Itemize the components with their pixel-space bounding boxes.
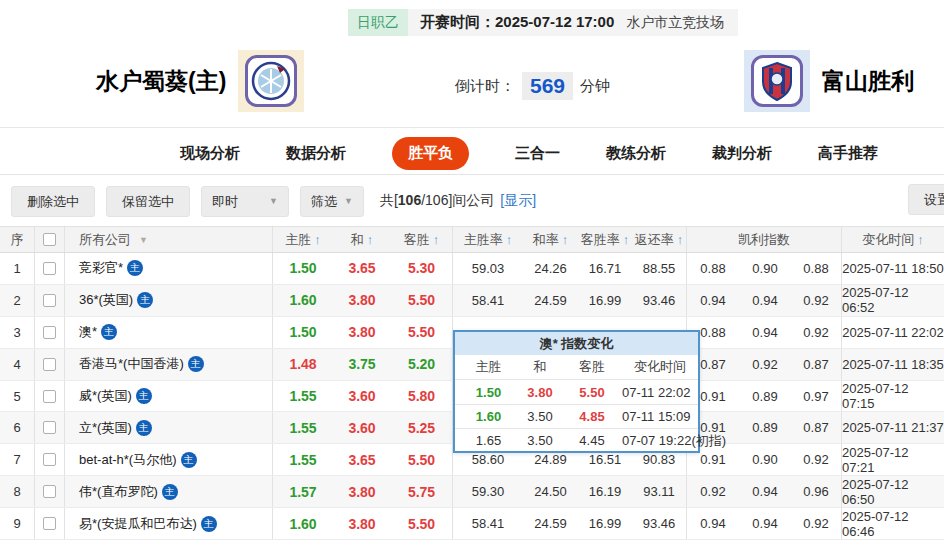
- tab-胜平负[interactable]: 胜平负: [392, 137, 469, 170]
- company-cell[interactable]: 威*(英国)主: [65, 381, 273, 412]
- row-checkbox[interactable]: [43, 390, 56, 403]
- popup-header-row: 主胜和客胜变化时间: [455, 355, 698, 379]
- away-logo-frame: [751, 55, 803, 107]
- kelly-cell: 0.90: [739, 444, 791, 475]
- popup-data-row: 1.503.805.5007-11 22:02: [455, 379, 698, 403]
- tab-三合一[interactable]: 三合一: [515, 144, 560, 163]
- row-checkbox[interactable]: [43, 358, 56, 371]
- kelly-cell: 0.96: [791, 476, 842, 507]
- filter-dropdown[interactable]: 筛选▼: [300, 186, 364, 217]
- tab-高手推荐[interactable]: 高手推荐: [818, 144, 878, 163]
- row-checkbox[interactable]: [43, 294, 56, 307]
- keep-selected-button[interactable]: 保留选中: [106, 186, 190, 217]
- change-time-cell: 2025-07-12 06:50: [842, 476, 944, 507]
- company-name: 立*(英国): [79, 419, 132, 437]
- row-index: 8: [0, 476, 35, 507]
- company-cell[interactable]: 36*(英国)主: [65, 285, 273, 316]
- kelly-cell: 0.87: [791, 349, 842, 380]
- company-cell[interactable]: 竞彩官*主: [65, 253, 273, 284]
- odds-cell: 3.65: [333, 253, 391, 284]
- row-checkbox-cell: [35, 285, 65, 316]
- row-checkbox[interactable]: [43, 485, 56, 498]
- company-name: 伟*(直布罗陀): [79, 483, 158, 501]
- row-checkbox[interactable]: [43, 517, 56, 530]
- popup-data-row: 1.653.504.4507-07 19:22(初指): [455, 428, 698, 452]
- company-count: 共[106/106]间公司[显示]: [380, 192, 536, 210]
- kelly-cell: 0.92: [791, 444, 842, 475]
- odds-cell: 3.80: [333, 476, 391, 507]
- row-index: 5: [0, 381, 35, 412]
- popup-time-cell: 07-11 22:02: [620, 385, 698, 400]
- header-company[interactable]: 所有公司▼: [65, 227, 273, 252]
- rate-cell: 88.55: [632, 253, 687, 284]
- odds-cell: 5.50: [391, 444, 453, 475]
- tab-裁判分析[interactable]: 裁判分析: [712, 144, 772, 163]
- row-checkbox[interactable]: [43, 262, 56, 275]
- divider: [0, 127, 944, 128]
- row-checkbox-cell: [35, 317, 65, 348]
- row-checkbox[interactable]: [43, 421, 56, 434]
- row-checkbox[interactable]: [43, 326, 56, 339]
- rate-cell: 24.26: [523, 253, 578, 284]
- delete-selected-button[interactable]: 删除选中: [11, 186, 95, 217]
- header-home-rate[interactable]: 主胜率↑: [453, 227, 523, 252]
- kelly-cell: 0.89: [739, 381, 791, 412]
- row-checkbox-cell: [35, 444, 65, 475]
- odds-cell: 1.48: [273, 349, 333, 380]
- sort-up-icon: ↑: [367, 232, 374, 247]
- header-change-time[interactable]: 变化时间↑: [842, 227, 944, 252]
- tab-教练分析[interactable]: 教练分析: [606, 144, 666, 163]
- league-badge: 日职乙: [348, 9, 408, 36]
- company-cell[interactable]: 易*(安提瓜和巴布达)主: [65, 508, 273, 539]
- header-payout-rate[interactable]: 返还率↑: [632, 227, 687, 252]
- kelly-cell: 0.92: [791, 285, 842, 316]
- company-count-current: 106: [398, 192, 421, 208]
- rate-cell: 24.59: [523, 285, 578, 316]
- home-team-name: 水户蜀葵(主): [96, 66, 226, 97]
- tab-现场分析[interactable]: 现场分析: [180, 144, 240, 163]
- rate-cell: 16.99: [578, 285, 632, 316]
- company-cell[interactable]: 伟*(直布罗陀)主: [65, 476, 273, 507]
- header-home-win[interactable]: 主胜↑: [273, 227, 333, 252]
- rate-cell: 93.11: [632, 476, 687, 507]
- sort-up-icon: ↑: [677, 232, 684, 247]
- header-draw-rate[interactable]: 和率↑: [523, 227, 578, 252]
- company-cell[interactable]: 立*(英国)主: [65, 412, 273, 443]
- popup-time-cell: 07-11 15:09: [620, 409, 698, 424]
- company-name: 竞彩官*: [79, 259, 123, 277]
- countdown-unit: 分钟: [580, 77, 610, 96]
- change-time-cell: 2025-07-12 07:21: [842, 444, 944, 475]
- header-draw[interactable]: 和↑: [333, 227, 391, 252]
- home-badge-icon: 主: [201, 516, 217, 532]
- popup-odds-cell: 1.65: [461, 433, 516, 448]
- popup-header-cell: 主胜: [461, 358, 516, 376]
- row-checkbox[interactable]: [43, 453, 56, 466]
- company-cell[interactable]: 香港马*(中国香港)主: [65, 349, 273, 380]
- kickoff-time: 开赛时间：2025-07-12 17:00: [420, 13, 614, 32]
- select-all-checkbox[interactable]: [43, 233, 56, 246]
- home-badge-icon: 主: [137, 292, 153, 308]
- kelly-cell: 0.92: [739, 349, 791, 380]
- odds-cell: 1.60: [273, 285, 333, 316]
- show-link[interactable]: [显示]: [500, 192, 536, 208]
- odds-cell: 5.75: [391, 476, 453, 507]
- company-cell[interactable]: 澳*主: [65, 317, 273, 348]
- sort-up-icon: ↑: [506, 232, 513, 247]
- chevron-down-icon: ▼: [344, 187, 353, 216]
- filter-label: 筛选: [311, 187, 337, 216]
- kelly-cell: 0.94: [687, 508, 739, 539]
- company-name: 澳*: [79, 323, 97, 341]
- settings-button[interactable]: 设置/选择: [908, 184, 944, 215]
- kelly-cell: 0.94: [687, 285, 739, 316]
- away-team-logo: [744, 50, 810, 112]
- header-away-win[interactable]: 客胜↑: [391, 227, 453, 252]
- tab-数据分析[interactable]: 数据分析: [286, 144, 346, 163]
- time-mode-dropdown[interactable]: 即时▼: [201, 186, 289, 217]
- row-index: 7: [0, 444, 35, 475]
- kelly-cell: 0.92: [791, 317, 842, 348]
- table-row: 1竞彩官*主1.503.655.3059.0324.2616.7188.550.…: [0, 253, 944, 285]
- rate-cell: 59.03: [453, 253, 523, 284]
- header-away-rate[interactable]: 客胜率↑: [578, 227, 632, 252]
- company-cell[interactable]: bet-at-h*(马尔他)主: [65, 444, 273, 475]
- odds-cell: 3.60: [333, 381, 391, 412]
